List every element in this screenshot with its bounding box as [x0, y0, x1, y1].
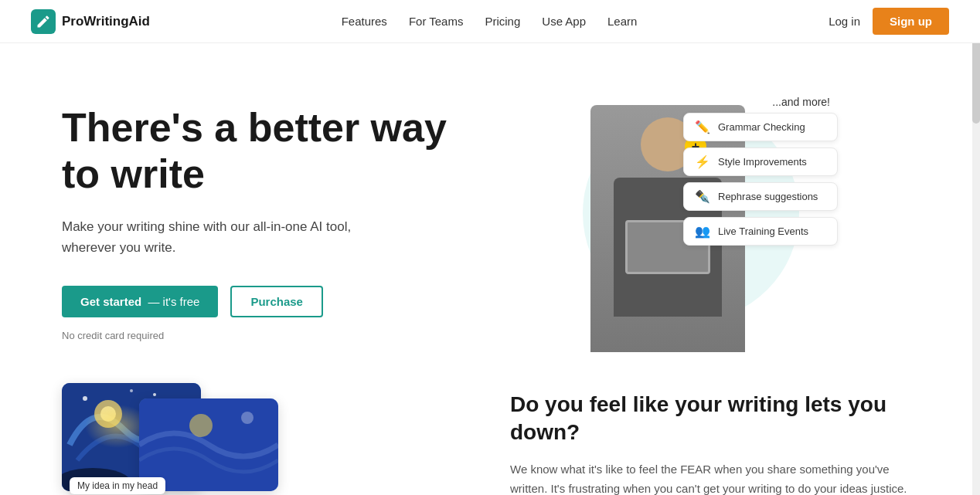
scrollbar[interactable] — [972, 0, 980, 495]
section-two: My idea in my head Do you feel like your… — [0, 383, 980, 495]
svg-point-2 — [100, 406, 116, 422]
nav-learn[interactable]: Learn — [607, 15, 637, 28]
feature-card-training: 👥 Live Training Events — [683, 217, 838, 246]
style-icon: ⚡ — [695, 154, 710, 169]
svg-point-11 — [241, 412, 254, 424]
nav-for-teams[interactable]: For Teams — [409, 15, 464, 28]
nav-links: Features For Teams Pricing Use App Learn — [342, 15, 638, 29]
svg-point-4 — [153, 393, 156, 396]
feature-card-rephrase: ✒️ Rephrase suggestions — [683, 182, 838, 211]
login-button[interactable]: Log in — [829, 15, 860, 28]
nav-actions: Log in Sign up — [829, 8, 949, 35]
training-icon: 👥 — [695, 224, 710, 239]
svg-point-6 — [130, 389, 133, 392]
svg-point-10 — [189, 414, 213, 437]
grammar-icon: ✏️ — [695, 120, 710, 134]
rephrase-icon: ✒️ — [695, 189, 710, 204]
signup-button[interactable]: Sign up — [873, 8, 949, 35]
more-label: ...and more! — [772, 96, 830, 108]
feature-card-grammar: ✏️ Grammar Checking — [683, 113, 838, 141]
logo-icon — [31, 9, 56, 34]
svg-point-3 — [83, 396, 87, 401]
hero-section: There's a better way to write Make your … — [0, 43, 980, 383]
hero-buttons: Get started — it's free Purchase — [62, 286, 464, 317]
feature-cards: ✏️ Grammar Checking ⚡ Style Improvements… — [683, 113, 838, 246]
nav-features[interactable]: Features — [342, 15, 387, 28]
nav-use-app[interactable]: Use App — [542, 15, 586, 28]
no-credit-note: No credit card required — [62, 330, 464, 341]
svg-point-1 — [94, 400, 122, 428]
feature-card-style: ⚡ Style Improvements — [683, 147, 838, 176]
logo[interactable]: ProWritingAid — [31, 9, 150, 34]
hero-left: There's a better way to write Make your … — [62, 90, 464, 341]
logo-text: ProWritingAid — [62, 14, 150, 29]
hero-title: There's a better way to write — [62, 105, 464, 198]
section-two-body: We know what it's like to feel the FEAR … — [510, 459, 918, 495]
purchase-button[interactable]: Purchase — [230, 286, 323, 317]
hero-subtitle: Make your writing shine with our all-in-… — [62, 216, 371, 258]
section-two-title: Do you feel like your writing lets you d… — [510, 391, 918, 447]
hero-illustration: + ...and more! ✏️ Grammar Checking ⚡ Sty… — [544, 90, 838, 352]
section-two-illustration: My idea in my head — [62, 383, 464, 495]
nav-pricing[interactable]: Pricing — [485, 15, 520, 28]
idea-badge: My idea in my head — [70, 477, 165, 494]
section-two-text: Do you feel like your writing lets you d… — [510, 383, 918, 495]
navbar: ProWritingAid Features For Teams Pricing… — [0, 0, 980, 43]
hero-right: + ...and more! ✏️ Grammar Checking ⚡ Sty… — [464, 90, 918, 352]
get-started-button[interactable]: Get started — it's free — [62, 286, 218, 317]
